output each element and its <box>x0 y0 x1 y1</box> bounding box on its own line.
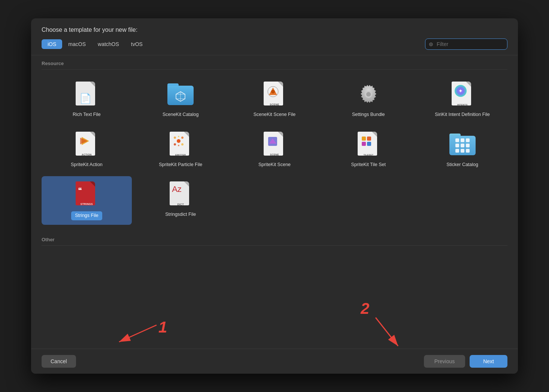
item-rich-text-file[interactable]: 📄 Rich Text File <box>42 76 132 123</box>
settings-bundle-label: Settings Bundle <box>352 111 385 118</box>
svg-text:✦: ✦ <box>458 88 463 94</box>
scenekit-scene-icon: SCENE <box>261 81 288 108</box>
settings-bundle-icon <box>355 81 382 108</box>
scenekit-scene-label: SceneKit Scene File <box>254 111 296 118</box>
filter-wrap: ⊜ <box>425 39 507 50</box>
stringsdict-file-label: Stringsdict File <box>165 211 196 218</box>
tab-tvos[interactable]: tvOS <box>125 39 149 49</box>
resource-grid: 📄 Rich Text File <box>42 70 507 232</box>
next-button[interactable]: Next <box>470 355 507 368</box>
sticker-catalog-label: Sticker Catalog <box>446 162 478 168</box>
rich-text-file-label: Rich Text File <box>73 111 101 118</box>
tab-macos[interactable]: macOS <box>62 39 92 49</box>
item-sticker-catalog[interactable]: Sticker Catalog <box>417 126 507 173</box>
cancel-button[interactable]: Cancel <box>42 355 76 368</box>
svg-point-14 <box>174 137 176 139</box>
strings-file-icon: ❝ STRINGS <box>73 181 100 208</box>
spritekit-particle-icon: EMITTER <box>167 131 194 158</box>
scenekit-catalog-label: SceneKit Catalog <box>163 111 199 118</box>
svg-point-19 <box>178 145 179 146</box>
svg-rect-22 <box>362 137 366 141</box>
sirikit-intent-label: SiriKit Intent Definition File <box>435 111 490 118</box>
section-resource: Resource <box>42 55 507 70</box>
rich-text-file-icon: 📄 <box>73 81 100 108</box>
stringsdict-file-icon: Az DICT <box>167 181 194 208</box>
spritekit-scene-label: SpriteKit Scene <box>258 162 291 168</box>
filter-input[interactable] <box>425 39 507 50</box>
spritekit-action-label: SpriteKit Action <box>71 162 103 168</box>
item-sirikit-intent[interactable]: ✦ INTENTS SiriKit Intent Definition File <box>417 76 507 123</box>
svg-point-8 <box>366 92 371 97</box>
filter-icon: ⊜ <box>429 41 433 47</box>
svg-point-17 <box>181 143 183 146</box>
scenekit-catalog-icon <box>167 81 194 108</box>
spritekit-tileset-icon: TILESET <box>355 131 382 158</box>
svg-rect-23 <box>367 137 371 141</box>
tab-watchos[interactable]: watchOS <box>92 39 125 49</box>
item-stringsdict-file[interactable]: Az DICT Stringsdict File <box>136 176 226 225</box>
svg-point-15 <box>181 137 183 139</box>
navigation-buttons: Previous Next <box>424 355 507 368</box>
item-spritekit-particle[interactable]: EMITTER SpriteKit Particle File <box>136 126 226 173</box>
item-spritekit-tileset[interactable]: TILESET SpriteKit Tile Set <box>323 126 413 173</box>
svg-rect-25 <box>367 142 371 146</box>
spritekit-tileset-label: SpriteKit Tile Set <box>351 162 386 168</box>
svg-point-13 <box>177 139 181 143</box>
item-strings-file[interactable]: ❝ STRINGS Strings File <box>42 176 132 225</box>
svg-rect-24 <box>362 142 366 146</box>
section-other: Other <box>42 232 507 246</box>
sticker-catalog-icon <box>449 131 476 158</box>
bottom-bar: Cancel Previous Next <box>31 349 518 374</box>
item-spritekit-scene[interactable]: SCENE SpriteKit Scene <box>230 126 320 173</box>
item-spritekit-action[interactable]: ACTION SpriteKit Action <box>42 126 132 173</box>
dialog-header: Choose a template for your new file: <box>31 18 518 39</box>
tab-ios[interactable]: iOS <box>42 39 62 49</box>
spritekit-scene-icon: SCENE <box>261 131 288 158</box>
item-scenekit-catalog[interactable]: SceneKit Catalog <box>136 76 226 123</box>
item-settings-bundle[interactable]: Settings Bundle <box>323 76 413 123</box>
svg-point-6 <box>271 90 275 94</box>
content-area: Resource 📄 Rich Text File <box>31 55 518 349</box>
previous-button[interactable]: Previous <box>424 355 465 368</box>
template-dialog: Choose a template for your new file: iOS… <box>31 18 518 374</box>
svg-point-18 <box>178 136 179 137</box>
item-scenekit-scene[interactable]: SCENE SceneKit Scene File <box>230 76 320 123</box>
sirikit-intent-icon: ✦ INTENTS <box>449 81 476 108</box>
spritekit-action-icon: ACTION <box>73 131 100 158</box>
strings-file-label: Strings File <box>71 211 102 220</box>
dialog-title: Choose a template for your new file: <box>42 27 507 33</box>
tab-bar: iOS macOS watchOS tvOS ⊜ <box>31 39 518 55</box>
spritekit-particle-label: SpriteKit Particle File <box>159 162 202 168</box>
svg-point-16 <box>174 143 176 146</box>
